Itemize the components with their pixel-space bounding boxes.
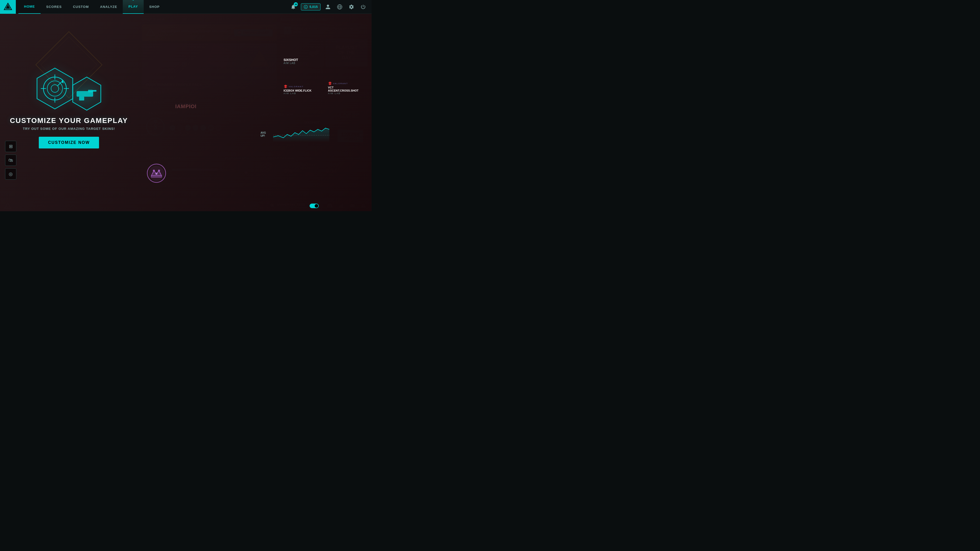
vct-card[interactable]: CHAMPIONS VALORANT VCT ASCENT.CROSS.SHOT… <box>325 69 368 97</box>
hero-title: CUSTOMIZE YOUR GAMEPLAY <box>10 117 128 125</box>
icebox-title: ICEBOX WIDE.FLICK <box>283 89 320 92</box>
toggle-thumb <box>315 204 318 208</box>
hero-graphics <box>33 65 105 111</box>
nav-shop[interactable]: SHOP <box>144 0 165 14</box>
sixshot-title: SIXSHOT <box>283 58 321 62</box>
nav-links: HOME SCORES CUSTOM ANALYZE PLAY SHOP <box>18 0 289 14</box>
notif-badge: 30 <box>294 2 298 6</box>
recommended-training: RECOMMENDED TRAINING 👁 IMPROVE YOUR SCOR… <box>281 18 368 97</box>
side-icons: ⊞ 🛍 ◎ <box>5 141 16 179</box>
avg-up-label: AVG UP! <box>261 131 266 138</box>
hero-text: CUSTOMIZE YOUR GAMEPLAY TRY OUT SOME OF … <box>10 117 128 148</box>
svg-rect-26 <box>92 90 97 92</box>
settings-button[interactable] <box>347 3 356 11</box>
sixshot-sub: AIM LAB <box>283 62 321 65</box>
logo[interactable] <box>0 0 16 14</box>
side-icon-shop[interactable]: 🛍 <box>5 155 16 166</box>
power-button[interactable] <box>359 3 368 11</box>
vct-title: VCT ASCENT.CROSS.SHOT <box>328 86 365 92</box>
svg-point-49 <box>156 173 158 175</box>
coins-button[interactable]: A 5,015 <box>301 3 321 11</box>
lp-chart-svg <box>268 125 334 142</box>
vct-sub: AIM LAB <box>328 92 365 95</box>
svg-rect-25 <box>79 97 84 100</box>
nav-right: 30 A 5,015 <box>289 2 372 11</box>
svg-point-48 <box>153 170 155 171</box>
globe-button[interactable] <box>335 3 344 11</box>
nav-scores[interactable]: SCORES <box>41 0 67 14</box>
universal-sens-toggle[interactable] <box>310 203 319 208</box>
customize-now-button[interactable]: CUSTOMIZE NOW <box>39 137 99 148</box>
rank-emblem <box>146 163 167 183</box>
valorant-cards-row: MASTERS VALORANT ICEBOX WIDE.FLICK AIM L… <box>281 69 368 97</box>
right-panel: WHAT'S NEW Chat and gain useful tips thr… <box>138 14 372 200</box>
icebox-sub: AIM LAB <box>283 92 320 95</box>
side-icon-grid[interactable]: ⊞ <box>5 141 16 152</box>
nav-custom[interactable]: CUSTOM <box>67 0 94 14</box>
top-row: WHAT'S NEW Chat and gain useful tips thr… <box>142 18 368 97</box>
lp-chart: AVG UP! <box>261 125 334 143</box>
side-icon-user[interactable]: ◎ <box>5 168 16 179</box>
main-content: CUSTOMIZE YOUR GAMEPLAY TRY OUT SOME OF … <box>0 14 372 200</box>
nav-home[interactable]: HOME <box>18 0 41 14</box>
hero-subtitle: TRY OUT SOME OF OUR AMAZING TARGET SKINS… <box>10 127 128 130</box>
nav-analyze[interactable]: ANALYZE <box>94 0 123 14</box>
nav-play[interactable]: PLAY <box>123 0 143 14</box>
svg-point-50 <box>158 170 160 171</box>
svg-text:A: A <box>305 6 307 8</box>
coin-amount: 5,015 <box>309 5 318 9</box>
profile-button[interactable] <box>324 3 332 11</box>
notifications-button[interactable]: 30 <box>289 2 298 11</box>
top-nav: HOME SCORES CUSTOM ANALYZE PLAY SHOP 30 … <box>0 0 372 14</box>
